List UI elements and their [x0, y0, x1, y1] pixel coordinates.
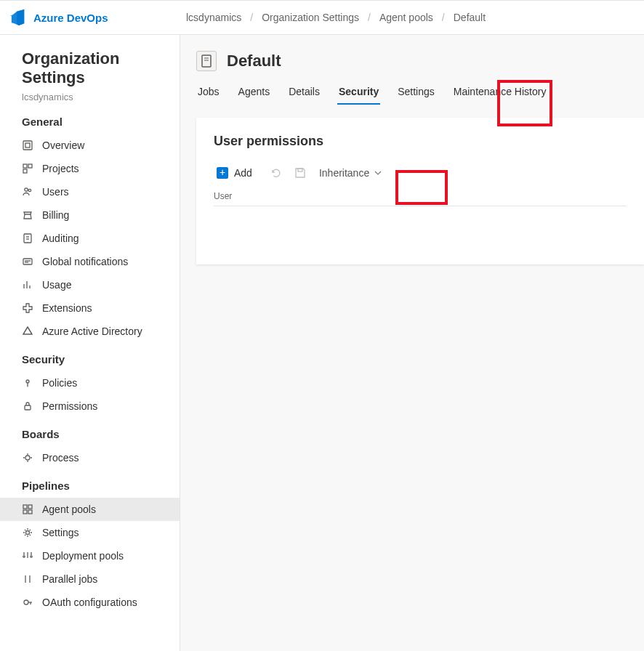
sidebar-item-label: Extensions	[42, 302, 92, 314]
users-icon	[22, 186, 33, 198]
sidebar-item-label: Global notifications	[42, 256, 128, 267]
sidebar-section-heading: Boards	[0, 428, 180, 440]
brand[interactable]: Azure DevOps	[10, 9, 180, 25]
sidebar-item-deployment-pools[interactable]: Deployment pools	[0, 544, 180, 567]
sidebar-item-permissions[interactable]: Permissions	[0, 395, 180, 418]
sidebar-item-parallel-jobs[interactable]: Parallel jobs	[0, 567, 180, 591]
add-button-label: Add	[234, 167, 252, 179]
inheritance-label: Inheritance	[319, 167, 369, 179]
tab-details[interactable]: Details	[287, 81, 321, 105]
sidebar-item-auditing[interactable]: Auditing	[0, 227, 180, 250]
sidebar-item-label: Permissions	[42, 400, 97, 412]
svg-rect-3	[28, 164, 32, 168]
billing-icon	[22, 209, 33, 221]
sidebar-item-global-notifications[interactable]: Global notifications	[0, 250, 180, 273]
svg-point-37	[24, 600, 28, 604]
column-header-user: User	[214, 191, 627, 206]
tab-maintenance-history[interactable]: Maintenance History	[452, 81, 548, 105]
projects-icon	[22, 163, 33, 174]
svg-rect-1	[25, 143, 30, 147]
sidebar-item-azure-active-directory[interactable]: Azure Active Directory	[0, 320, 180, 343]
process-icon	[22, 452, 33, 464]
svg-rect-7	[24, 234, 31, 243]
plus-icon	[217, 167, 228, 179]
svg-rect-28	[28, 510, 32, 514]
svg-rect-26	[28, 505, 32, 509]
agent-pools-icon	[22, 504, 33, 515]
tab-agents[interactable]: Agents	[237, 81, 272, 105]
sidebar-title: Organization Settings	[22, 49, 168, 87]
panel-toolbar: Add Inheritance	[214, 162, 627, 184]
sidebar-section-heading: General	[0, 116, 180, 128]
breadcrumb-item[interactable]: Organization Settings	[262, 12, 359, 23]
sidebar-item-label: Overview	[42, 140, 84, 151]
pool-header: Default	[196, 51, 644, 71]
sidebar-item-process[interactable]: Process	[0, 446, 180, 469]
overview-icon	[22, 140, 33, 151]
svg-point-34	[31, 556, 32, 557]
sidebar-item-label: OAuth configurations	[42, 597, 137, 608]
pool-name: Default	[227, 52, 281, 70]
tab-jobs[interactable]: Jobs	[196, 81, 221, 105]
sidebar-item-extensions[interactable]: Extensions	[0, 296, 180, 320]
sidebar-item-label: Policies	[42, 377, 77, 389]
svg-point-6	[28, 189, 31, 191]
sidebar-item-label: Auditing	[42, 232, 79, 244]
sidebar-item-label: Users	[42, 186, 69, 198]
sidebar-item-label: Azure Active Directory	[42, 326, 142, 337]
sidebar-item-overview[interactable]: Overview	[0, 134, 180, 157]
permissions-icon	[22, 400, 33, 412]
aad-icon	[22, 326, 33, 337]
deployment-pools-icon	[22, 550, 33, 562]
add-button[interactable]: Add	[214, 162, 257, 184]
sidebar-item-policies[interactable]: Policies	[0, 371, 180, 395]
sidebar: Organization Settings lcsdynamics Genera…	[0, 35, 180, 651]
sidebar-item-label: Parallel jobs	[42, 573, 97, 585]
tab-settings[interactable]: Settings	[396, 81, 436, 105]
chevron-down-icon	[374, 169, 382, 177]
parallel-jobs-icon	[22, 573, 33, 585]
svg-rect-27	[23, 510, 27, 514]
sidebar-item-projects[interactable]: Projects	[0, 157, 180, 180]
breadcrumb-separator: /	[250, 12, 253, 23]
breadcrumb-item[interactable]: Default	[454, 12, 486, 23]
breadcrumbs: lcsdynamics/Organization Settings/Agent …	[186, 12, 486, 23]
svg-rect-0	[23, 141, 32, 150]
top-nav: Azure DevOps lcsdynamics/Organization Se…	[0, 0, 644, 35]
sidebar-item-agent-pools[interactable]: Agent pools	[0, 498, 180, 521]
brand-name: Azure DevOps	[33, 12, 108, 24]
svg-point-33	[23, 556, 25, 557]
svg-point-20	[25, 456, 30, 460]
svg-point-5	[25, 188, 28, 191]
sidebar-subtitle[interactable]: lcsdynamics	[22, 92, 168, 102]
svg-point-18	[28, 387, 28, 387]
oauth-icon	[22, 597, 33, 608]
sidebar-item-users[interactable]: Users	[0, 180, 180, 203]
svg-point-29	[26, 531, 30, 535]
auditing-icon	[22, 232, 33, 244]
sidebar-item-label: Settings	[42, 527, 79, 538]
svg-rect-2	[23, 164, 27, 168]
sidebar-item-oauth-configurations[interactable]: OAuth configurations	[0, 591, 180, 614]
inheritance-dropdown[interactable]: Inheritance	[319, 167, 382, 179]
breadcrumb-item[interactable]: lcsdynamics	[186, 12, 241, 23]
sidebar-item-usage[interactable]: Usage	[0, 273, 180, 296]
tab-security[interactable]: Security	[337, 81, 380, 105]
svg-rect-40	[202, 55, 211, 67]
panel-heading: User permissions	[214, 134, 627, 149]
sidebar-item-settings[interactable]: Settings	[0, 521, 180, 544]
svg-rect-10	[23, 259, 32, 264]
undo-icon[interactable]	[270, 167, 281, 179]
breadcrumb-item[interactable]: Agent pools	[379, 12, 433, 23]
extensions-icon	[22, 302, 33, 314]
sidebar-section-heading: Security	[0, 353, 180, 365]
svg-rect-4	[23, 169, 27, 173]
sidebar-section-heading: Pipelines	[0, 480, 180, 492]
save-icon[interactable]	[294, 167, 306, 179]
sidebar-item-label: Deployment pools	[42, 550, 124, 562]
breadcrumb-separator: /	[442, 12, 445, 23]
sidebar-item-billing[interactable]: Billing	[0, 203, 180, 227]
svg-point-16	[26, 380, 29, 383]
svg-rect-25	[23, 505, 27, 509]
notifications-icon	[22, 256, 33, 267]
